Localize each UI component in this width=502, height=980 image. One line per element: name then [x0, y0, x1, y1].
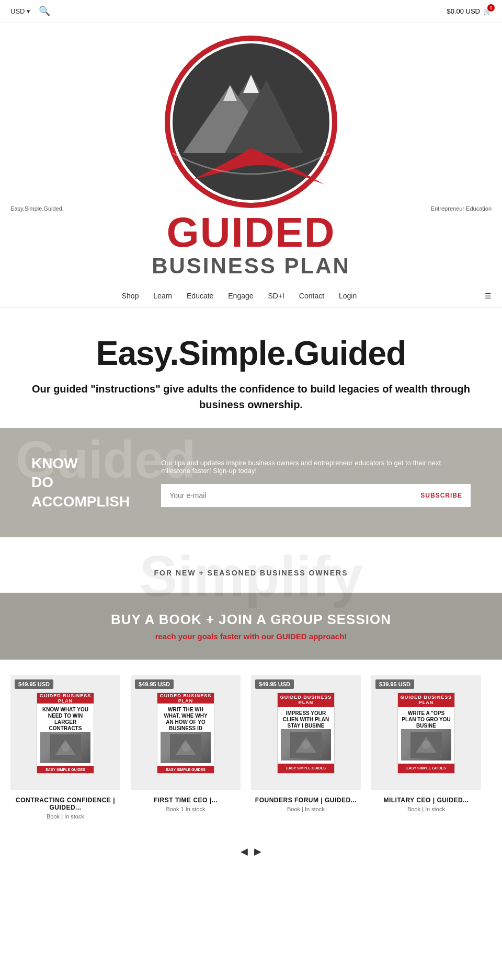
- logo-circle: [162, 33, 340, 211]
- newsletter-section: Guided KNOW DO ACCOMPLISH Our tips and u…: [0, 428, 502, 537]
- cart-total: $0.00 USD: [447, 7, 480, 15]
- nav-learn[interactable]: Learn: [153, 292, 172, 300]
- product-card[interactable]: $39.95 USD GUIDED BUSINESS PLAN WRITE A …: [366, 675, 486, 820]
- newsletter-description: Our tips and updates inspire business ow…: [161, 459, 471, 475]
- top-bar: USD ▾ 🔍 $0.00 USD 🛒 0: [0, 0, 502, 22]
- nav-sdi[interactable]: SD+I: [268, 292, 284, 300]
- nav-educate[interactable]: Educate: [187, 292, 213, 300]
- product-image-wrap: $49.95 USD GUIDED BUSINESS PLAN IMPRESS …: [251, 675, 361, 790]
- subscribe-button[interactable]: SUBSCRIBE: [412, 485, 471, 506]
- book-guided-label: GUIDED BUSINESS PLAN: [398, 695, 454, 705]
- simplify-section: Simplify FOR NEW + SEASONED BUSINESS OWN…: [0, 537, 502, 593]
- cta-banner: BUY A BOOK + JOIN A GROUP SESSION reach …: [0, 593, 502, 660]
- book-cover: GUIDED BUSINESS PLAN KNOW WHAT YOU NEED …: [37, 693, 94, 774]
- newsletter-left: KNOW DO ACCOMPLISH: [31, 454, 130, 511]
- cart-icon[interactable]: 🛒 0: [483, 7, 492, 15]
- product-image-wrap: $49.95 USD GUIDED BUSINESS PLAN WRIT THE…: [131, 675, 241, 790]
- product-image-wrap: $39.95 USD GUIDED BUSINESS PLAN WRITE A …: [371, 675, 481, 790]
- book-title-text: IMPRESS YOUR CLIEN WITH PLAN STAY I BUSI…: [281, 710, 331, 729]
- book-img-placeholder: [40, 732, 90, 763]
- book-cover-top: GUIDED BUSINESS PLAN: [157, 693, 214, 704]
- book-cover-top: GUIDED BUSINESS PLAN: [278, 693, 334, 707]
- hero-section: Easy.Simple.Guided Our guided "instructi…: [0, 308, 502, 428]
- book-visual: GUIDED BUSINESS PLAN KNOW WHAT YOU NEED …: [37, 693, 94, 774]
- product-title: FOUNDERS FORUM | GUIDED...: [251, 797, 361, 804]
- book-cover-top: GUIDED BUSINESS PLAN: [37, 693, 94, 704]
- prev-page[interactable]: ◀: [241, 846, 248, 857]
- product-price-badge: $49.95 USD: [255, 679, 294, 689]
- book-cover: GUIDED BUSINESS PLAN IMPRESS YOUR CLIEN …: [277, 693, 335, 774]
- book-guided-label: GUIDED BUSINESS PLAN: [37, 693, 94, 704]
- book-title-text: WRITE A "OPS PLAN TO GRO YOU BUSINE: [401, 710, 451, 729]
- book-visual: GUIDED BUSINESS PLAN IMPRESS YOUR CLIEN …: [277, 693, 335, 774]
- book-cover-top: GUIDED BUSINESS PLAN: [398, 693, 454, 707]
- cta-heading: BUY A BOOK + JOIN A GROUP SESSION: [10, 612, 492, 628]
- top-bar-left: USD ▾ 🔍: [10, 5, 50, 17]
- newsletter-right: Our tips and updates inspire business ow…: [161, 459, 471, 507]
- book-visual: GUIDED BUSINESS PLAN WRIT THE WH WHAT, W…: [157, 693, 214, 774]
- book-cover-body: WRIT THE WH WHAT, WHE WHY AN HOW OF YO B…: [157, 704, 214, 766]
- book-cover-bottom: EASY SIMPLE GUIDES: [278, 764, 334, 773]
- product-price-badge: $49.95 USD: [15, 679, 53, 689]
- cta-sub: reach your goals faster with our GUIDED …: [10, 632, 492, 641]
- svg-point-19: [422, 741, 430, 749]
- book-img-placeholder: [281, 729, 331, 760]
- product-meta: Book 1 In stock: [131, 806, 241, 812]
- tagline-left: Easy.Simple.Guided.: [10, 205, 64, 212]
- book-cover: GUIDED BUSINESS PLAN WRIT THE WH WHAT, W…: [157, 693, 214, 774]
- nav-menu-icon[interactable]: ☰: [485, 292, 492, 300]
- product-image-wrap: $49.95 USD GUIDED BUSINESS PLAN KNOW WHA…: [10, 675, 120, 790]
- book-title-text: KNOW WHAT YOU NEED TO WIN LARGER CONTRAC…: [40, 707, 90, 732]
- book-cover-bottom: EASY SIMPLE GUIDES: [398, 764, 454, 773]
- book-cover-body: IMPRESS YOUR CLIEN WITH PLAN STAY I BUSI…: [278, 707, 334, 764]
- product-card[interactable]: $49.95 USD GUIDED BUSINESS PLAN KNOW WHA…: [5, 675, 126, 820]
- hero-subtext: Our guided "instructions" give adults th…: [31, 381, 471, 412]
- svg-point-13: [181, 743, 190, 752]
- product-title: FIRST TIME CEO |...: [131, 797, 241, 804]
- product-price-badge: $39.95 USD: [375, 679, 414, 689]
- book-cover-bottom: EASY SIMPLE GUIDES: [37, 766, 94, 773]
- newsletter-know: KNOW DO ACCOMPLISH: [31, 454, 130, 511]
- book-cover-bottom: EASY SIMPLE GUIDES: [157, 766, 214, 773]
- email-form: SUBSCRIBE: [161, 484, 471, 507]
- brand-name: GUIDED: [0, 212, 502, 253]
- products-row: $49.95 USD GUIDED BUSINESS PLAN KNOW WHA…: [0, 660, 502, 835]
- nav-login[interactable]: Login: [339, 292, 357, 300]
- cart-count: 0: [487, 4, 495, 11]
- product-meta: Book | In stock: [251, 806, 361, 812]
- svg-point-16: [302, 741, 310, 749]
- nav-engage[interactable]: Engage: [228, 292, 253, 300]
- top-bar-right: $0.00 USD 🛒 0: [447, 7, 492, 15]
- book-img-placeholder: [401, 729, 451, 760]
- book-guided-label: GUIDED BUSINESS PLAN: [278, 695, 334, 705]
- book-cover-body: WRITE A "OPS PLAN TO GRO YOU BUSINE: [398, 707, 454, 764]
- nav-contact[interactable]: Contact: [299, 292, 324, 300]
- book-visual: GUIDED BUSINESS PLAN WRITE A "OPS PLAN T…: [397, 693, 455, 774]
- hero-heading: Easy.Simple.Guided: [31, 334, 471, 373]
- product-meta: Book | In stock: [371, 806, 481, 812]
- product-title: MILITARY CEO | GUIDED...: [371, 797, 481, 804]
- product-card[interactable]: $49.95 USD GUIDED BUSINESS PLAN IMPRESS …: [246, 675, 366, 820]
- nav-shop[interactable]: Shop: [122, 292, 139, 300]
- cta-highlight: with our GUIDED approach!: [244, 632, 347, 641]
- product-meta: Book | In stock: [10, 813, 120, 820]
- logo-area: Easy.Simple.Guided. Entrepreneur Educati…: [0, 22, 502, 284]
- next-page[interactable]: ▶: [254, 846, 261, 857]
- book-cover: GUIDED BUSINESS PLAN WRITE A "OPS PLAN T…: [397, 693, 455, 774]
- brand-sub: BUSINESS PLAN: [0, 253, 502, 279]
- book-img-placeholder: [161, 732, 211, 763]
- simplify-label: FOR NEW + SEASONED BUSINESS OWNERS: [10, 569, 492, 577]
- main-nav: Shop Learn Educate Engage SD+I Contact L…: [0, 284, 502, 308]
- book-guided-label: GUIDED BUSINESS PLAN: [157, 693, 214, 704]
- currency-selector[interactable]: USD ▾: [10, 7, 30, 15]
- book-cover-body: KNOW WHAT YOU NEED TO WIN LARGER CONTRAC…: [37, 704, 94, 766]
- book-title-text: WRIT THE WH WHAT, WHE WHY AN HOW OF YO B…: [161, 707, 211, 732]
- svg-point-10: [61, 743, 70, 752]
- product-card[interactable]: $49.95 USD GUIDED BUSINESS PLAN WRIT THE…: [126, 675, 246, 820]
- pagination: ◀ ▶: [0, 835, 502, 868]
- tagline-right: Entrepreneur Education: [431, 205, 492, 212]
- search-icon[interactable]: 🔍: [39, 5, 50, 17]
- email-input[interactable]: [161, 484, 412, 507]
- product-title: CONTRACTING CONFIDENCE | GUIDED...: [10, 797, 120, 811]
- product-price-badge: $49.95 USD: [135, 679, 174, 689]
